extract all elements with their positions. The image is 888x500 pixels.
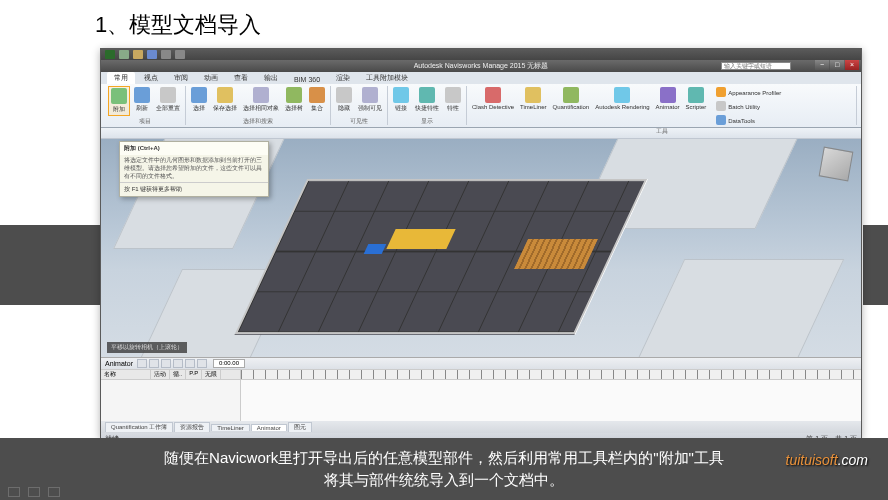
materials-stack [514, 239, 598, 269]
ribbon-group-tools-label: 工具 [470, 127, 853, 135]
qat-open-icon[interactable] [133, 50, 143, 59]
anim-stop-button[interactable] [173, 359, 183, 368]
require-label: 强制可见 [358, 104, 382, 113]
maximize-button[interactable]: □ [830, 60, 844, 70]
qat-redo-icon[interactable] [175, 50, 185, 59]
timeline-ruler [241, 370, 861, 380]
player-menu-icon[interactable] [48, 487, 60, 497]
viewport-hint: 平移以旋转相机（上滚轮） [107, 342, 187, 353]
select-button[interactable]: 选择 [189, 86, 209, 114]
ribbon-group-project-label: 项目 [108, 117, 182, 125]
sets-button[interactable]: 集合 [307, 86, 327, 114]
caption-bar: 随便在Navicwork里打开导出后的任意模型部件，然后利用常用工具栏内的"附加… [0, 438, 888, 500]
ribbon-tab-output[interactable]: 输出 [257, 72, 285, 84]
watermark-brand: tuituisoft [786, 452, 838, 468]
animator-tree[interactable]: 名称 活动 循.. P.P 无限 [101, 370, 241, 421]
help-search-input[interactable] [721, 62, 791, 70]
batch-utility-button[interactable]: Batch Utility [714, 100, 783, 113]
ribbon-group-visibility: 隐藏 强制可见 可见性 [331, 86, 388, 125]
ribbon-tab-view[interactable]: 查看 [227, 72, 255, 84]
animator-tree-header: 名称 活动 循.. P.P 无限 [101, 370, 240, 380]
animator-icon [660, 87, 676, 103]
player-pen-icon[interactable] [8, 487, 20, 497]
ribbon-tab-home[interactable]: 常用 [107, 72, 135, 84]
docked-tabs: Quantification 工作簿 资源报告 TimeLiner Animat… [101, 421, 861, 433]
tab-timeliner[interactable]: TimeLiner [211, 424, 249, 431]
animator-transport-controls [137, 359, 207, 368]
scripter-label: Scripter [686, 104, 707, 110]
animator-timeline[interactable] [241, 370, 861, 421]
hide-button[interactable]: 隐藏 [334, 86, 354, 114]
reset-all-button[interactable]: 全部重置 [154, 86, 182, 114]
animator-button[interactable]: Animator [654, 86, 682, 111]
sel-same-icon [253, 87, 269, 103]
slide-gray-right [863, 225, 888, 305]
view-cube[interactable] [819, 147, 854, 182]
animator-panel: Animator 0:00.00 名称 活动 循.. P.P 无限 [101, 357, 861, 421]
ribbon-tab-addins[interactable]: 工具附加模块 [359, 72, 415, 84]
scripter-button[interactable]: Scripter [684, 86, 709, 111]
animator-time-display[interactable]: 0:00.00 [213, 359, 245, 368]
caption-line2: 将其与部件统统导入到一个文档中。 [164, 469, 724, 492]
selection-tree-button[interactable]: 选择树 [283, 86, 305, 114]
clash-label: Clash Detective [472, 104, 514, 110]
select-icon [191, 87, 207, 103]
tooltip-body: 将选定文件中的几何图形和数据添加到当前打开的三维模型。请选择您希望附加的文件，这… [120, 155, 268, 182]
properties-button[interactable]: 特性 [443, 86, 463, 114]
sel-tree-label: 选择树 [285, 104, 303, 113]
clash-detective-button[interactable]: Clash Detective [470, 86, 516, 111]
minimize-button[interactable]: − [815, 60, 829, 70]
datatools-button[interactable]: DataTools [714, 114, 783, 127]
building-block [638, 259, 845, 357]
refresh-button[interactable]: 刷新 [132, 86, 152, 114]
tab-quantification[interactable]: Quantification 工作簿 [105, 422, 173, 432]
anim-stepback-button[interactable] [149, 359, 159, 368]
sel-same-label: 选择相同对象 [243, 104, 279, 113]
timeliner-button[interactable]: TimeLiner [518, 86, 548, 111]
tab-resource-report[interactable]: 资源报告 [174, 422, 210, 432]
ribbon-tab-review[interactable]: 审阅 [167, 72, 195, 84]
qat-new-icon[interactable] [119, 50, 129, 59]
quick-props-button[interactable]: 快捷特性 [413, 86, 441, 114]
quantification-button[interactable]: Quantification [550, 86, 591, 111]
appearance-profiler-button[interactable]: Appearance Profiler [714, 86, 783, 99]
ribbon-tab-render[interactable]: 渲染 [329, 72, 357, 84]
links-button[interactable]: 链接 [391, 86, 411, 114]
tab-primitives[interactable]: 图元 [288, 422, 312, 432]
save-selection-button[interactable]: 保存选择 [211, 86, 239, 114]
quick-access-toolbar [101, 49, 861, 60]
append-icon [111, 88, 127, 104]
col-name: 名称 [101, 370, 151, 379]
anim-forward-button[interactable] [197, 359, 207, 368]
crane-model [386, 229, 455, 249]
qat-save-icon[interactable] [147, 50, 157, 59]
links-label: 链接 [395, 104, 407, 113]
save-sel-label: 保存选择 [213, 104, 237, 113]
select-label: 选择 [193, 104, 205, 113]
sets-label: 集合 [311, 104, 323, 113]
ribbon-tab-viewpoint[interactable]: 视点 [137, 72, 165, 84]
properties-icon [445, 87, 461, 103]
qat-undo-icon[interactable] [161, 50, 171, 59]
tab-animator[interactable]: Animator [251, 424, 287, 431]
ribbon-tab-bim360[interactable]: BIM 360 [287, 75, 327, 84]
require-button[interactable]: 强制可见 [356, 86, 384, 114]
autodesk-render-button[interactable]: Autodesk Rendering [593, 86, 651, 111]
anim-stepfwd-button[interactable] [185, 359, 195, 368]
refresh-icon [134, 87, 150, 103]
sets-icon [309, 87, 325, 103]
anim-play-button[interactable] [161, 359, 171, 368]
app-window: Autodesk Navisworks Manage 2015 无标题 − □ … [100, 48, 862, 438]
render-icon [614, 87, 630, 103]
app-menu-icon[interactable] [105, 50, 115, 59]
slide-gray-left [0, 225, 100, 305]
close-button[interactable]: × [845, 60, 859, 70]
player-cursor-icon[interactable] [28, 487, 40, 497]
quant-label: Quantification [552, 104, 589, 110]
anim-rewind-button[interactable] [137, 359, 147, 368]
append-button[interactable]: 附加 [108, 86, 130, 116]
viewport[interactable]: 附加 (Ctrl+A) 将选定文件中的几何图形和数据添加到当前打开的三维模型。请… [101, 139, 861, 357]
ribbon-tab-animation[interactable]: 动画 [197, 72, 225, 84]
refresh-label: 刷新 [136, 104, 148, 113]
select-same-button[interactable]: 选择相同对象 [241, 86, 281, 114]
